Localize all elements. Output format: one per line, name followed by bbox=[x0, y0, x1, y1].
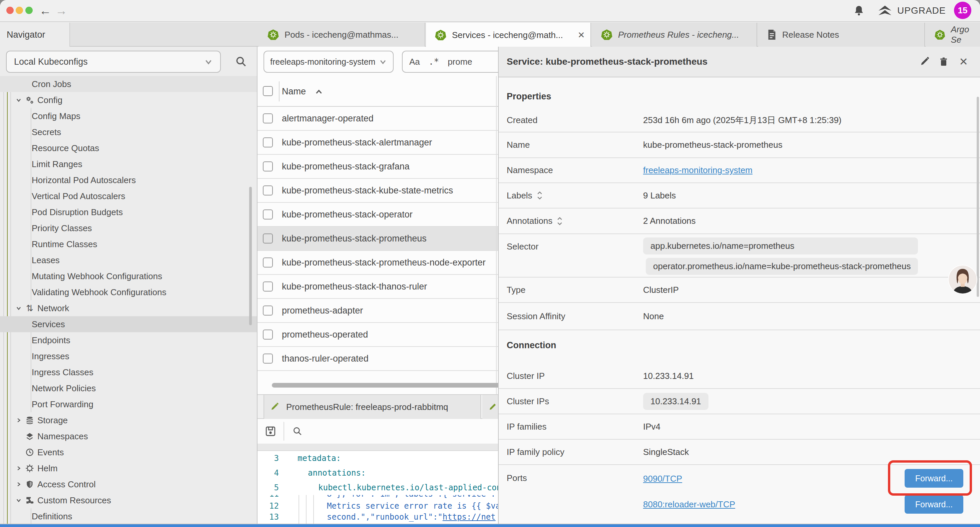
chevron-right-icon[interactable] bbox=[16, 417, 21, 423]
table-row[interactable]: prometheus-operated bbox=[258, 323, 510, 347]
back-arrow-icon[interactable]: ← bbox=[39, 3, 51, 18]
tab-services[interactable]: Services - icecheng@math... ✕ bbox=[426, 23, 591, 47]
navigator-tab[interactable]: Navigator bbox=[0, 23, 70, 47]
row-checkbox[interactable] bbox=[263, 353, 273, 363]
table-row[interactable]: prometheus-adapter bbox=[258, 299, 510, 323]
row-checkbox[interactable] bbox=[263, 137, 273, 147]
edit-icon[interactable] bbox=[920, 56, 931, 67]
regex-toggle[interactable]: .* bbox=[429, 57, 439, 67]
column-header-name[interactable]: Name bbox=[282, 76, 323, 107]
code-link[interactable]: https://net bbox=[442, 512, 496, 522]
save-icon[interactable] bbox=[265, 426, 276, 437]
delete-icon[interactable] bbox=[938, 56, 949, 67]
expand-up-down-icon[interactable] bbox=[556, 216, 563, 226]
sidebar-item-ingresses[interactable]: Ingresses bbox=[0, 348, 258, 364]
property-value[interactable]: 9 Labels bbox=[643, 191, 676, 201]
row-checkbox[interactable] bbox=[263, 330, 273, 339]
namespace-filter-select[interactable]: freeleaps-monitoring-system bbox=[264, 51, 394, 73]
sidebar-item-cron-jobs[interactable]: Cron Jobs bbox=[0, 76, 258, 92]
chevron-right-icon[interactable] bbox=[16, 482, 21, 487]
sidebar-item-limit-ranges[interactable]: Limit Ranges bbox=[0, 156, 258, 172]
sidebar-item-storage[interactable]: Storage bbox=[0, 412, 258, 428]
tab-argo[interactable]: Argo Se bbox=[926, 23, 980, 47]
row-checkbox[interactable] bbox=[263, 234, 273, 244]
sidebar-item-config[interactable]: Config bbox=[0, 92, 258, 108]
row-checkbox[interactable] bbox=[263, 282, 273, 291]
port-link[interactable]: 9090/TCP bbox=[643, 474, 735, 484]
table-row[interactable]: kube-prometheus-stack-grafana bbox=[258, 155, 510, 179]
sidebar-item-network[interactable]: ⇅ Network bbox=[0, 300, 258, 316]
expand-up-down-icon[interactable] bbox=[536, 191, 543, 201]
row-checkbox[interactable] bbox=[263, 113, 273, 123]
name-search-input[interactable]: Aa .* prome bbox=[402, 51, 510, 73]
row-checkbox[interactable] bbox=[263, 185, 273, 196]
close-icon[interactable]: ✕ bbox=[959, 56, 968, 68]
sidebar-item-namespaces[interactable]: Namespaces bbox=[0, 428, 258, 444]
sidebar-scrollbar[interactable] bbox=[249, 187, 252, 325]
sidebar-item-runtime-classes[interactable]: Runtime Classes bbox=[0, 236, 258, 252]
namespace-link[interactable]: freeleaps-monitoring-system bbox=[643, 165, 752, 175]
sidebar-item-horizontal-pod-autoscalers[interactable]: Horizontal Pod Autoscalers bbox=[0, 172, 258, 188]
table-row[interactable]: kube-prometheus-stack-alertmanager bbox=[258, 131, 510, 155]
sidebar-item-resource-quotas[interactable]: Resource Quotas bbox=[0, 140, 258, 156]
tab-pods[interactable]: Pods - icecheng@mathmas... bbox=[259, 23, 425, 47]
match-case-toggle[interactable]: Aa bbox=[409, 57, 420, 67]
chevron-right-icon[interactable] bbox=[16, 466, 21, 471]
table-row[interactable]: kube-prometheus-stack-kube-state-metrics bbox=[258, 179, 510, 203]
sidebar-item-network-policies[interactable]: Network Policies bbox=[0, 380, 258, 396]
notification-count-badge[interactable]: 15 bbox=[954, 2, 971, 19]
row-checkbox[interactable] bbox=[263, 161, 273, 172]
row-checkbox[interactable] bbox=[263, 306, 273, 315]
yaml-editor[interactable]: 3 metadata: 4 annotations: 5 kubectl.kub… bbox=[258, 451, 510, 524]
sidebar-item-secrets[interactable]: Secrets bbox=[0, 124, 258, 140]
sidebar-item-helm[interactable]: Helm bbox=[0, 460, 258, 476]
user-avatar[interactable] bbox=[947, 264, 978, 295]
sidebar-item-ingress-classes[interactable]: Ingress Classes bbox=[0, 364, 258, 380]
property-value[interactable]: 2 Annotations bbox=[643, 216, 696, 226]
editor-tab-prometheusrule[interactable]: PrometheusRule: freeleaps-prod-rabbitmq bbox=[264, 395, 481, 419]
sidebar-item-access-control[interactable]: Access Control bbox=[0, 476, 258, 492]
forward-arrow-icon[interactable]: → bbox=[56, 3, 67, 18]
traffic-light-zoom[interactable] bbox=[25, 7, 33, 14]
sidebar-item-validating-webhook-configurations[interactable]: Validating Webhook Configurations bbox=[0, 284, 258, 300]
chevron-down-icon[interactable] bbox=[16, 97, 21, 103]
forward-port-button-2[interactable]: Forward... bbox=[905, 495, 963, 514]
traffic-light-close[interactable] bbox=[6, 7, 14, 14]
sidebar-item-priority-classes[interactable]: Priority Classes bbox=[0, 220, 258, 236]
sidebar-item-mutating-webhook-configurations[interactable]: Mutating Webhook Configurations bbox=[0, 268, 258, 284]
table-row[interactable]: thanos-ruler-operated bbox=[258, 347, 510, 371]
table-row[interactable]: kube-prometheus-stack-thanos-ruler bbox=[258, 275, 510, 299]
horizontal-scrollbar[interactable] bbox=[272, 383, 510, 388]
sidebar-item-custom-resources[interactable]: Custom Resources bbox=[0, 492, 258, 508]
chevron-down-icon[interactable] bbox=[16, 306, 21, 311]
sidebar-item-port-forwarding[interactable]: Port Forwarding bbox=[0, 396, 258, 412]
tab-prometheus-rules[interactable]: Prometheus Rules - icecheng... bbox=[592, 23, 757, 47]
sidebar-item-leases[interactable]: Leases bbox=[0, 252, 258, 268]
close-tab-icon[interactable]: ✕ bbox=[578, 30, 585, 40]
editor-search-icon[interactable] bbox=[292, 426, 303, 436]
row-checkbox[interactable] bbox=[263, 258, 273, 267]
select-all-checkbox[interactable] bbox=[263, 86, 273, 96]
kubeconfig-select[interactable]: Local Kubeconfigs bbox=[6, 51, 221, 73]
sidebar-item-definitions[interactable]: Definitions bbox=[0, 508, 258, 524]
sidebar-item-pod-disruption-budgets[interactable]: Pod Disruption Budgets bbox=[0, 204, 258, 220]
sidebar-item-endpoints[interactable]: Endpoints bbox=[0, 332, 258, 348]
upgrade-button[interactable]: UPGRADE bbox=[877, 4, 946, 18]
table-row[interactable]: alertmanager-operated bbox=[258, 107, 510, 131]
table-row[interactable]: kube-prometheus-stack-operator bbox=[258, 203, 510, 227]
forward-port-button[interactable]: Forward... bbox=[905, 469, 963, 488]
chevron-down-icon[interactable] bbox=[16, 498, 21, 503]
sidebar-item-vertical-pod-autoscalers[interactable]: Vertical Pod Autoscalers bbox=[0, 188, 258, 204]
sidebar-search-icon[interactable] bbox=[235, 56, 248, 68]
table-row-selected[interactable]: kube-prometheus-stack-prometheus bbox=[258, 227, 510, 251]
table-row[interactable]: kube-prometheus-stack-prometheus-node-ex… bbox=[258, 251, 510, 275]
selector-chip[interactable]: app.kubernetes.io/name=prometheus bbox=[643, 237, 918, 255]
selector-chip[interactable]: operator.prometheus.io/name=kube-prometh… bbox=[646, 258, 918, 275]
row-checkbox[interactable] bbox=[263, 209, 273, 220]
sidebar-item-services[interactable]: Services bbox=[0, 316, 258, 332]
sidebar-item-events[interactable]: Events bbox=[0, 444, 258, 460]
sidebar-item-config-maps[interactable]: Config Maps bbox=[0, 108, 258, 124]
tab-release-notes[interactable]: Release Notes bbox=[758, 23, 925, 47]
notifications-bell-icon[interactable] bbox=[853, 4, 865, 18]
traffic-light-minimize[interactable] bbox=[16, 7, 23, 14]
